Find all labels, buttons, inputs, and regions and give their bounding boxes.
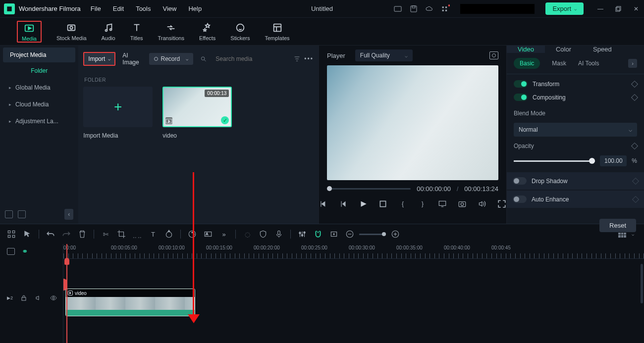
- blend-mode-select[interactable]: Normal: [514, 123, 637, 137]
- playhead[interactable]: [66, 244, 67, 343]
- auto-enhance-toggle[interactable]: [513, 196, 527, 203]
- tab-media[interactable]: Media: [22, 23, 37, 42]
- menu-tools[interactable]: Tools: [136, 5, 151, 12]
- drop-shadow-toggle[interactable]: [513, 177, 527, 185]
- zoom-out-icon[interactable]: [345, 230, 354, 239]
- step-back-icon[interactable]: [339, 199, 348, 208]
- preview-scrubber[interactable]: [327, 188, 411, 190]
- rp-tab-video[interactable]: Video: [507, 46, 545, 53]
- sidebar-item-global-media[interactable]: Global Media: [0, 79, 78, 96]
- marker-icon[interactable]: [329, 230, 338, 239]
- folder-label[interactable]: Folder: [0, 62, 78, 79]
- video-media-card[interactable]: 00:00:13 ✓ video: [162, 87, 232, 139]
- tab-stock-media[interactable]: Stock Media: [56, 22, 87, 41]
- close-icon[interactable]: ✕: [632, 5, 640, 13]
- minimize-icon[interactable]: —: [596, 5, 604, 13]
- sidebar-item-cloud-media[interactable]: Cloud Media: [0, 96, 78, 113]
- track-mute-icon[interactable]: [35, 294, 43, 301]
- timeline-scrollbar[interactable]: [641, 264, 643, 303]
- import-media-card[interactable]: + Import Media: [83, 87, 153, 139]
- search-input[interactable]: [215, 55, 290, 62]
- zoom-in-icon[interactable]: [391, 230, 400, 239]
- more-tools-icon[interactable]: »: [219, 230, 228, 239]
- track-lock-icon[interactable]: [20, 294, 28, 301]
- delete-icon[interactable]: [78, 230, 87, 239]
- rp-subtab-mask[interactable]: Mask: [552, 60, 566, 67]
- menu-edit[interactable]: Edit: [113, 5, 124, 12]
- tab-transitions[interactable]: Transitions: [158, 22, 184, 41]
- import-button[interactable]: Import⌵: [83, 52, 115, 66]
- play-icon[interactable]: [359, 199, 368, 208]
- link-icon[interactable]: ⚭: [22, 247, 28, 256]
- tab-templates[interactable]: Templates: [265, 22, 289, 41]
- tab-effects[interactable]: Effects: [199, 22, 215, 41]
- more-options-icon[interactable]: •••: [304, 55, 314, 62]
- menu-view[interactable]: View: [162, 5, 176, 12]
- monitor-icon[interactable]: [438, 199, 447, 208]
- opacity-value[interactable]: 100.00: [600, 155, 627, 166]
- snapshot-icon[interactable]: [489, 51, 498, 59]
- mark-in-icon[interactable]: {: [398, 199, 407, 208]
- compositing-keyframe-icon[interactable]: [631, 94, 638, 100]
- transform-toggle[interactable]: [514, 80, 528, 88]
- save-icon[interactable]: [410, 5, 418, 13]
- stop-icon[interactable]: [378, 199, 387, 208]
- caption-icon[interactable]: A: [204, 230, 213, 239]
- color-icon[interactable]: [188, 230, 197, 239]
- track-add-icon[interactable]: [7, 248, 15, 255]
- volume-icon[interactable]: [478, 199, 486, 208]
- mark-out-icon[interactable]: }: [418, 199, 427, 208]
- tab-audio[interactable]: Audio: [102, 22, 115, 41]
- prev-frame-icon[interactable]: [319, 199, 328, 208]
- reset-button[interactable]: Reset: [599, 219, 636, 232]
- menu-file[interactable]: File: [91, 5, 101, 12]
- new-folder-icon[interactable]: [5, 210, 13, 218]
- mic-icon[interactable]: [274, 230, 283, 239]
- zoom-slider[interactable]: [359, 234, 386, 235]
- rotate-icon[interactable]: [164, 230, 173, 239]
- layout-icon[interactable]: [394, 5, 402, 13]
- track-visible-icon[interactable]: [50, 294, 57, 301]
- collapse-sidebar-button[interactable]: ‹: [64, 209, 73, 220]
- sidebar-item-adjustment-layer[interactable]: Adjustment La...: [0, 113, 78, 130]
- render-icon[interactable]: ◌: [243, 230, 252, 239]
- timeline-ruler[interactable]: 00:00 00:00:05:00 00:00:10:00 00:00:15:0…: [63, 244, 644, 259]
- new-bin-icon[interactable]: [18, 210, 26, 218]
- auto-enhance-keyframe-icon[interactable]: [632, 196, 639, 202]
- add-to-timeline-icon[interactable]: [165, 117, 172, 124]
- rp-subtab-ai-tools[interactable]: AI Tools: [578, 60, 599, 67]
- timeline-clip[interactable]: video: [65, 289, 195, 316]
- split-icon[interactable]: ✄: [101, 230, 110, 239]
- filter-icon[interactable]: [294, 55, 300, 63]
- tab-titles[interactable]: Titles: [130, 22, 143, 41]
- rp-tab-speed[interactable]: Speed: [582, 46, 623, 53]
- ai-image-button[interactable]: AI Image: [119, 49, 145, 68]
- rp-subtab-basic[interactable]: Basic: [514, 58, 540, 69]
- fullscreen-icon[interactable]: [497, 199, 506, 208]
- transform-keyframe-icon[interactable]: [631, 80, 638, 87]
- rp-tab-color[interactable]: Color: [545, 46, 582, 53]
- shield-icon[interactable]: [259, 230, 268, 239]
- quality-select[interactable]: Full Quality: [355, 49, 413, 61]
- grid-tool-icon[interactable]: [7, 230, 16, 239]
- maximize-icon[interactable]: [614, 5, 622, 13]
- record-button[interactable]: Record⌵: [149, 53, 194, 65]
- apps-icon[interactable]: [441, 5, 449, 13]
- crop-icon[interactable]: [117, 230, 126, 239]
- subtab-scroll-icon[interactable]: ›: [628, 59, 637, 68]
- mixer-icon[interactable]: [298, 230, 307, 239]
- speed-icon[interactable]: ⣀⣀: [133, 230, 142, 239]
- camera-icon[interactable]: [458, 199, 467, 208]
- redo-icon[interactable]: [62, 230, 71, 239]
- cloud-icon[interactable]: [426, 5, 433, 13]
- menu-help[interactable]: Help: [188, 5, 202, 12]
- tab-stickers[interactable]: Stickers: [230, 22, 250, 41]
- compositing-toggle[interactable]: [514, 94, 528, 101]
- pointer-tool-icon[interactable]: [23, 230, 32, 239]
- magnet-icon[interactable]: [314, 230, 322, 239]
- project-media-button[interactable]: Project Media: [3, 48, 75, 62]
- preview-canvas[interactable]: [327, 65, 498, 180]
- drop-shadow-keyframe-icon[interactable]: [632, 177, 639, 184]
- export-button[interactable]: Export⌵: [545, 2, 584, 15]
- opacity-keyframe-icon[interactable]: [631, 143, 638, 149]
